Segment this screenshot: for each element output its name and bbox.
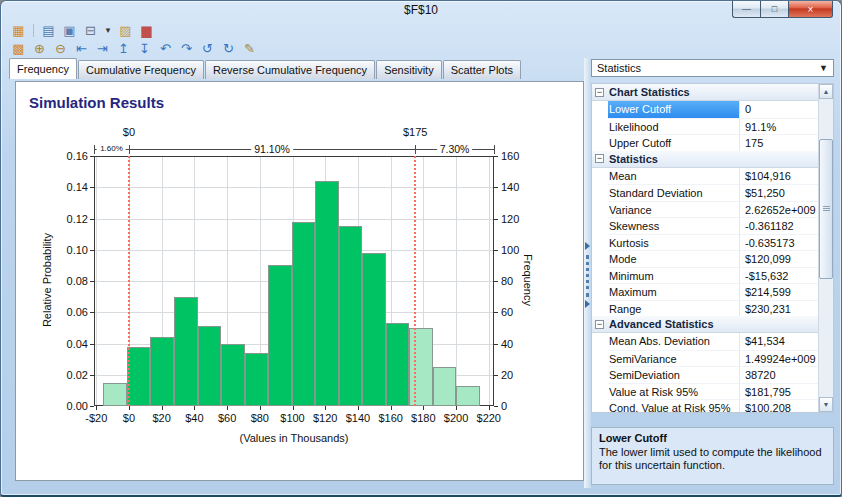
tab-scatter-plots[interactable]: Scatter Plots	[443, 60, 521, 79]
histogram-bar	[174, 297, 198, 406]
section-title: Chart Statistics	[609, 86, 690, 98]
x-tick	[391, 406, 392, 410]
close-button[interactable]: ×	[788, 1, 833, 18]
section-header[interactable]: −Advanced Statistics	[592, 316, 818, 333]
tab-reverse-cumulative-frequency[interactable]: Reverse Cumulative Frequency	[205, 60, 375, 79]
description-text: The lower limit used to compute the like…	[599, 446, 826, 472]
stat-row[interactable]: Range$230,231	[592, 300, 818, 317]
rotate-cw-icon[interactable]: ↻	[219, 40, 238, 57]
scroll-down-icon[interactable]: ▼	[819, 397, 833, 412]
x-tick	[456, 406, 457, 410]
y-tick	[90, 156, 94, 157]
histogram-bar	[198, 326, 222, 406]
upper-cutoff-label[interactable]: $175	[403, 126, 427, 138]
stat-row[interactable]: Skewness-0.361182	[592, 217, 818, 234]
stat-row[interactable]: Variance2.62652e+009	[592, 201, 818, 218]
stat-row[interactable]: Lower Cutoff0	[592, 101, 818, 118]
histogram-bar	[339, 226, 363, 406]
histogram-bar	[315, 181, 339, 406]
chart-title: Simulation Results	[29, 94, 164, 111]
tab-cumulative-frequency[interactable]: Cumulative Frequency	[78, 60, 204, 79]
stat-row[interactable]: Mean$104,916	[592, 168, 818, 185]
splitter-grip[interactable]	[586, 255, 589, 297]
y-tick	[494, 219, 498, 220]
chart-icon[interactable]: ▆	[137, 22, 156, 39]
stat-row[interactable]: Standard Deviation$51,250	[592, 184, 818, 201]
stat-label: Lower Cutoff	[608, 101, 739, 118]
paste-icon[interactable]: ▨	[116, 22, 135, 39]
stat-row[interactable]: SemiVariance1.49924e+009	[592, 350, 818, 367]
section-header[interactable]: −Chart Statistics	[592, 84, 818, 101]
stat-label: Kurtosis	[608, 234, 739, 251]
stat-label: Value at Risk 95%	[608, 383, 739, 400]
statistics-scrollbar[interactable]: ▲ ▼	[818, 84, 833, 412]
stat-row[interactable]: Kurtosis-0.635173	[592, 234, 818, 251]
tab-sensitivity[interactable]: Sensitivity	[376, 60, 442, 79]
histogram-bar	[103, 383, 127, 406]
histogram-bar	[433, 367, 457, 406]
stat-label: Upper Cutoff	[608, 134, 739, 151]
upper-cutoff-line[interactable]	[414, 156, 416, 406]
grow-vertical-icon[interactable]: ↥	[114, 40, 133, 57]
maximize-button[interactable]: □	[760, 1, 788, 18]
zoom-in-icon[interactable]: ⊕	[30, 40, 49, 57]
histogram-bar	[386, 323, 410, 406]
stat-value: 38720	[739, 366, 818, 383]
stat-row[interactable]: Likelihood91.1%	[592, 118, 818, 135]
save-icon[interactable]: ▣	[60, 22, 79, 39]
chart-region: FrequencyCumulative FrequencyReverse Cum…	[7, 58, 584, 488]
section-header[interactable]: −Statistics	[592, 151, 818, 168]
shrink-horizontal-icon[interactable]: ⇤	[72, 40, 91, 57]
lower-cutoff-label[interactable]: $0	[123, 126, 135, 138]
panel-splitter[interactable]	[584, 58, 591, 488]
stat-row[interactable]: Upper Cutoff175	[592, 134, 818, 151]
row-gutter	[592, 350, 608, 367]
stat-row[interactable]: Cond. Value at Risk 95%$100,208	[592, 399, 818, 412]
collapse-icon[interactable]: −	[595, 88, 604, 97]
stat-value: -0.361182	[739, 217, 818, 234]
row-gutter	[592, 283, 608, 300]
lower-cutoff-line[interactable]	[128, 156, 130, 406]
print-icon[interactable]: ⊟	[81, 22, 100, 39]
rotate-left-icon[interactable]: ↶	[156, 40, 175, 57]
y-left-axis-title: Relative Probability	[41, 155, 53, 405]
scroll-up-icon[interactable]: ▲	[819, 84, 833, 99]
collapse-icon[interactable]: −	[595, 320, 604, 329]
stat-row[interactable]: SemiDeviation38720	[592, 366, 818, 383]
print-options-arrow-icon[interactable]: ▾	[102, 22, 114, 39]
stat-label: SemiVariance	[608, 350, 739, 367]
shrink-vertical-icon[interactable]: ↧	[135, 40, 154, 57]
splitter-expand-icon[interactable]	[585, 300, 590, 308]
stat-value: $100,208	[739, 399, 818, 412]
statistics-view-select[interactable]: Statistics ▼	[591, 59, 834, 77]
edit-annotation-icon[interactable]: ✎	[240, 40, 259, 57]
splitter-expand-icon[interactable]	[585, 242, 590, 250]
statistics-panel: Statistics ▼ −Chart StatisticsLower Cuto…	[591, 58, 835, 488]
rotate-right-icon[interactable]: ↷	[177, 40, 196, 57]
histogram-bar	[292, 222, 316, 406]
minimize-button[interactable]: —	[732, 1, 760, 18]
window-title: $F$10	[404, 3, 438, 17]
title-bar[interactable]: $F$10 —□×	[1, 1, 841, 21]
zoom-out-icon[interactable]: ⊖	[51, 40, 70, 57]
stat-row[interactable]: Value at Risk 95%$181,795	[592, 383, 818, 400]
collapse-icon[interactable]: −	[595, 154, 604, 163]
scrollbar-thumb[interactable]	[819, 139, 833, 279]
row-gutter	[592, 118, 608, 135]
row-gutter	[592, 383, 608, 400]
stat-value: $230,231	[739, 300, 818, 317]
x-tick-label: $220	[467, 412, 511, 424]
stat-row[interactable]: Maximum$214,599	[592, 283, 818, 300]
stat-row[interactable]: Mean Abs. Deviation$41,534	[592, 333, 818, 350]
copy-image-icon[interactable]: ▩	[9, 40, 28, 57]
grow-horizontal-icon[interactable]: ⇥	[93, 40, 112, 57]
tab-frequency[interactable]: Frequency	[9, 58, 77, 79]
chart-panel: Simulation Results -$20$0$20$40$60$80$10…	[15, 81, 584, 481]
stat-value: 91.1%	[739, 118, 818, 135]
stat-row[interactable]: Mode$120,099	[592, 250, 818, 267]
copy-report-icon[interactable]: ▤	[39, 22, 58, 39]
window-icon[interactable]: ▦	[9, 22, 28, 39]
stat-row[interactable]: Minimum-$15,632	[592, 267, 818, 284]
x-tick	[194, 406, 195, 410]
flip-vertical-icon[interactable]: ↺	[198, 40, 217, 57]
